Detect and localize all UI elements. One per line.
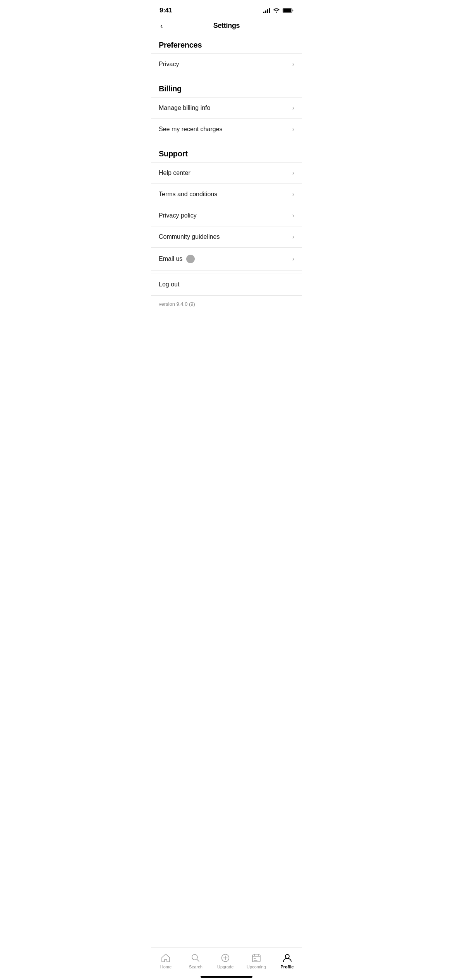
recent-charges-item[interactable]: See my recent charges › [151, 118, 302, 140]
wifi-icon [273, 8, 280, 13]
terms-label: Terms and conditions [159, 191, 217, 198]
community-guidelines-item[interactable]: Community guidelines › [151, 226, 302, 247]
billing-header: Billing [151, 78, 302, 97]
signal-icon [263, 8, 270, 13]
chevron-right-icon: › [292, 191, 294, 198]
terms-item[interactable]: Terms and conditions › [151, 183, 302, 205]
status-icons [263, 8, 293, 13]
privacy-policy-label: Privacy policy [159, 212, 197, 219]
preferences-section: Preferences Privacy › [151, 34, 302, 75]
support-header: Support [151, 143, 302, 162]
loading-indicator [186, 255, 195, 263]
status-bar: 9:41 [151, 0, 302, 19]
battery-icon [283, 8, 293, 13]
manage-billing-item[interactable]: Manage billing info › [151, 97, 302, 118]
status-time: 9:41 [160, 7, 172, 14]
page-title: Settings [213, 22, 240, 30]
back-button[interactable]: ‹ [157, 20, 166, 32]
chevron-right-icon: › [292, 126, 294, 133]
help-center-item[interactable]: Help center › [151, 162, 302, 183]
recent-charges-label: See my recent charges [159, 126, 223, 133]
email-us-row: Email us [159, 255, 195, 263]
privacy-policy-item[interactable]: Privacy policy › [151, 205, 302, 226]
chevron-right-icon: › [292, 233, 294, 240]
preferences-header: Preferences [151, 34, 302, 53]
svg-rect-1 [283, 9, 292, 13]
help-center-label: Help center [159, 170, 190, 176]
chevron-right-icon: › [292, 212, 294, 219]
billing-section: Billing Manage billing info › See my rec… [151, 78, 302, 140]
logout-section: Log out [151, 274, 302, 295]
email-us-item[interactable]: Email us › [151, 247, 302, 271]
version-text: version 9.4.0 (9) [151, 295, 302, 312]
chevron-right-icon: › [292, 170, 294, 176]
chevron-right-icon: › [292, 105, 294, 111]
community-guidelines-label: Community guidelines [159, 233, 220, 240]
support-section: Support Help center › Terms and conditio… [151, 143, 302, 271]
privacy-item[interactable]: Privacy › [151, 53, 302, 75]
chevron-right-icon: › [292, 61, 294, 68]
email-us-label: Email us [159, 255, 182, 262]
nav-header: ‹ Settings [151, 19, 302, 34]
privacy-label: Privacy [159, 61, 179, 68]
logout-label: Log out [159, 281, 179, 288]
chevron-right-icon: › [292, 255, 294, 262]
settings-content: Preferences Privacy › Billing Manage bil… [151, 34, 302, 347]
logout-item[interactable]: Log out [151, 274, 302, 295]
manage-billing-label: Manage billing info [159, 105, 210, 111]
